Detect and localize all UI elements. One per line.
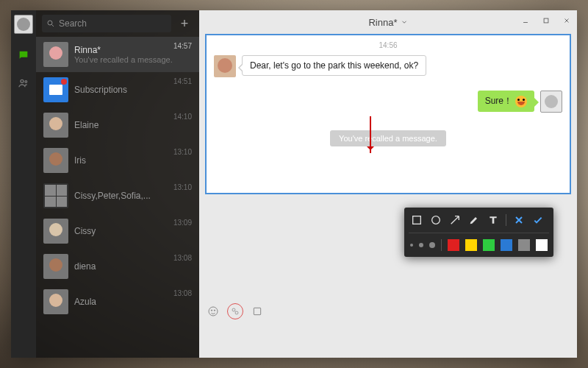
message-text: Sure！ <box>485 95 512 107</box>
self-avatar <box>540 91 562 113</box>
cancel-button[interactable] <box>512 213 526 227</box>
chats-icon[interactable] <box>17 49 30 62</box>
maximize-button[interactable] <box>540 15 552 26</box>
text-tool-icon[interactable] <box>487 213 500 227</box>
svg-point-6 <box>209 307 218 316</box>
conversation-name: Iris <box>74 155 192 166</box>
avatar <box>43 42 68 67</box>
svg-point-9 <box>232 308 235 311</box>
minimize-button[interactable] <box>520 15 531 26</box>
conversation-item[interactable]: Azula 13:08 <box>36 284 199 319</box>
color-swatch[interactable] <box>448 239 459 251</box>
compose-toolbar <box>207 303 264 319</box>
color-swatch[interactable] <box>518 239 530 251</box>
color-swatch[interactable] <box>465 239 477 251</box>
unread-dot <box>61 79 67 85</box>
separator <box>441 239 442 251</box>
conversation-name: Azula <box>74 297 192 307</box>
conversation-time: 13:09 <box>173 219 192 227</box>
conversation-time: 13:10 <box>173 148 192 156</box>
color-swatch[interactable] <box>536 239 548 251</box>
avatar <box>43 183 68 208</box>
conversation-name: Cissy <box>74 226 192 236</box>
chat-title[interactable]: Rinna* <box>368 17 407 28</box>
stroke-size-large[interactable] <box>429 242 435 248</box>
color-swatch[interactable] <box>501 239 512 251</box>
message-timestamp: 14:56 <box>214 41 562 49</box>
conversation-time: 13:08 <box>173 254 192 262</box>
conversation-time: 14:10 <box>173 113 192 121</box>
separator <box>506 214 506 226</box>
sidebar-top: Search + <box>36 10 199 37</box>
recall-notice: You've recalled a message. <box>330 130 446 146</box>
svg-point-2 <box>48 21 52 25</box>
screenshot-icon[interactable] <box>227 303 243 319</box>
conversation-item[interactable]: Subscriptions 14:51 <box>36 72 199 107</box>
avatar <box>43 289 68 314</box>
avatar <box>43 254 68 279</box>
grin-emoji-icon <box>515 96 527 107</box>
message-bubble: Sure！ <box>478 91 534 112</box>
conversation-name: diena <box>74 261 192 272</box>
chevron-down-icon <box>401 18 408 26</box>
conversation-name: Elaine <box>74 120 192 130</box>
svg-rect-4 <box>413 216 421 224</box>
conversation-time: 14:51 <box>173 77 192 85</box>
conversation-preview: You've recalled a message. <box>74 55 192 64</box>
svg-point-8 <box>214 310 215 311</box>
screenshot-toolbar <box>404 208 553 257</box>
color-swatch[interactable] <box>483 239 495 251</box>
conversation-time: 14:57 <box>173 42 192 50</box>
svg-rect-3 <box>544 18 548 23</box>
conversation-time: 13:08 <box>173 289 192 297</box>
avatar <box>43 148 68 173</box>
search-icon <box>46 19 55 28</box>
avatar <box>43 113 68 138</box>
stroke-size-small[interactable] <box>410 244 413 247</box>
conversation-item[interactable]: Elaine 14:10 <box>36 107 199 143</box>
svg-point-0 <box>21 79 24 82</box>
stroke-size-medium[interactable] <box>419 243 423 247</box>
conversation-item[interactable]: Cissy,Peter,Sofia,... 13:10 <box>36 178 199 213</box>
circle-tool-icon[interactable] <box>429 213 442 227</box>
conversation-time: 13:10 <box>173 183 192 191</box>
incoming-message: Dear, let's go to the park this weekend,… <box>214 55 562 77</box>
conversation-item[interactable]: Rinna* You've recalled a message. 14:57 <box>36 37 199 72</box>
avatar <box>43 219 68 244</box>
avatar <box>43 77 68 102</box>
contacts-icon[interactable] <box>17 77 30 90</box>
nav-rail <box>11 10 36 358</box>
svg-point-1 <box>25 81 27 83</box>
app-window: Search + Rinna* You've recalled a messag… <box>11 10 577 358</box>
search-input[interactable]: Search <box>42 15 171 32</box>
add-button[interactable]: + <box>176 15 193 32</box>
arrow-tool-icon[interactable] <box>448 213 462 227</box>
close-button[interactable] <box>561 15 573 26</box>
attach-icon[interactable] <box>251 305 264 318</box>
conversation-list: Rinna* You've recalled a message. 14:57 … <box>36 37 199 358</box>
brush-tool-icon[interactable] <box>467 213 481 227</box>
chat-panel: Rinna* 14:56 Dear, let's go to the park … <box>199 10 577 358</box>
svg-point-10 <box>235 311 238 314</box>
sidebar: Search + Rinna* You've recalled a messag… <box>36 10 199 358</box>
confirm-button[interactable] <box>531 213 545 227</box>
outgoing-message: Sure！ <box>214 91 562 113</box>
window-controls <box>520 15 573 26</box>
sender-avatar <box>214 55 236 77</box>
conversation-name: Cissy,Peter,Sofia,... <box>74 191 192 201</box>
search-placeholder: Search <box>59 18 87 29</box>
conversation-item[interactable]: Cissy 13:09 <box>36 213 199 249</box>
svg-point-7 <box>211 310 212 311</box>
self-avatar[interactable] <box>14 15 33 34</box>
conversation-item[interactable]: diena 13:08 <box>36 249 199 284</box>
conversation-item[interactable]: Iris 13:10 <box>36 143 199 178</box>
annotation-arrow-icon <box>370 116 371 153</box>
rect-tool-icon[interactable] <box>410 213 423 227</box>
emoji-icon[interactable] <box>207 305 220 318</box>
message-bubble: Dear, let's go to the park this weekend,… <box>242 55 426 76</box>
chat-title-text: Rinna* <box>368 17 397 28</box>
conversation-name: Subscriptions <box>74 85 192 95</box>
svg-point-5 <box>432 216 440 224</box>
svg-rect-11 <box>254 308 260 314</box>
chat-header: Rinna* <box>199 10 577 34</box>
